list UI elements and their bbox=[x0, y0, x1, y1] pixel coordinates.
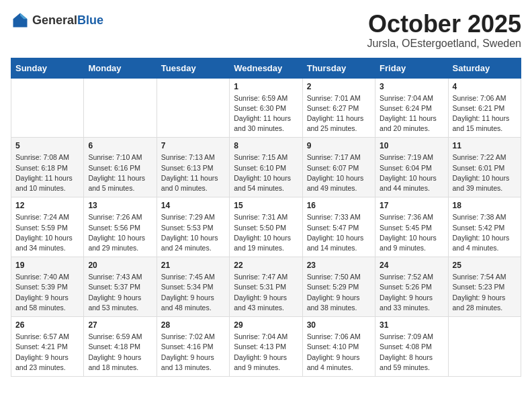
page-header: General Blue October 2025 Jursla, OEster… bbox=[11, 11, 521, 50]
day-info: Sunrise: 7:38 AM Sunset: 5:42 PM Dayligh… bbox=[453, 212, 517, 253]
calendar-cell: 2Sunrise: 7:01 AM Sunset: 6:27 PM Daylig… bbox=[302, 78, 375, 138]
day-info: Sunrise: 7:36 AM Sunset: 5:45 PM Dayligh… bbox=[380, 212, 443, 253]
calendar-cell: 3Sunrise: 7:04 AM Sunset: 6:24 PM Daylig… bbox=[375, 78, 448, 138]
calendar-cell bbox=[157, 78, 229, 138]
weekday-header-thursday: Thursday bbox=[302, 58, 375, 78]
calendar-week-3: 12Sunrise: 7:24 AM Sunset: 5:59 PM Dayli… bbox=[11, 197, 521, 257]
calendar-cell: 20Sunrise: 7:43 AM Sunset: 5:37 PM Dayli… bbox=[84, 257, 157, 317]
day-info: Sunrise: 7:02 AM Sunset: 4:16 PM Dayligh… bbox=[161, 332, 225, 373]
calendar-cell: 19Sunrise: 7:40 AM Sunset: 5:39 PM Dayli… bbox=[11, 257, 84, 317]
day-number: 24 bbox=[380, 261, 443, 270]
day-info: Sunrise: 7:50 AM Sunset: 5:29 PM Dayligh… bbox=[307, 272, 371, 313]
calendar-cell bbox=[84, 78, 157, 138]
weekday-header-tuesday: Tuesday bbox=[157, 58, 229, 78]
day-number: 12 bbox=[15, 201, 79, 210]
calendar-cell: 9Sunrise: 7:17 AM Sunset: 6:07 PM Daylig… bbox=[302, 138, 375, 197]
calendar-cell: 1Sunrise: 6:59 AM Sunset: 6:30 PM Daylig… bbox=[230, 78, 302, 138]
calendar-week-2: 5Sunrise: 7:08 AM Sunset: 6:18 PM Daylig… bbox=[11, 138, 521, 197]
calendar-cell: 26Sunrise: 6:57 AM Sunset: 4:21 PM Dayli… bbox=[11, 317, 84, 377]
calendar-cell: 22Sunrise: 7:47 AM Sunset: 5:31 PM Dayli… bbox=[230, 257, 302, 317]
logo: General Blue bbox=[11, 11, 103, 30]
calendar-week-5: 26Sunrise: 6:57 AM Sunset: 4:21 PM Dayli… bbox=[11, 317, 521, 377]
day-info: Sunrise: 7:31 AM Sunset: 5:50 PM Dayligh… bbox=[234, 212, 298, 253]
calendar-cell: 23Sunrise: 7:50 AM Sunset: 5:29 PM Dayli… bbox=[302, 257, 375, 317]
day-number: 31 bbox=[380, 320, 443, 330]
calendar-cell: 15Sunrise: 7:31 AM Sunset: 5:50 PM Dayli… bbox=[230, 197, 302, 257]
day-number: 15 bbox=[234, 201, 298, 210]
day-number: 29 bbox=[234, 320, 298, 330]
day-info: Sunrise: 7:04 AM Sunset: 6:24 PM Dayligh… bbox=[380, 93, 443, 134]
calendar-table: SundayMondayTuesdayWednesdayThursdayFrid… bbox=[11, 58, 521, 377]
calendar-cell: 27Sunrise: 6:59 AM Sunset: 4:18 PM Dayli… bbox=[84, 317, 157, 377]
day-number: 26 bbox=[15, 320, 79, 330]
calendar-cell: 17Sunrise: 7:36 AM Sunset: 5:45 PM Dayli… bbox=[375, 197, 448, 257]
day-info: Sunrise: 7:04 AM Sunset: 4:13 PM Dayligh… bbox=[234, 332, 298, 373]
weekday-header-saturday: Saturday bbox=[448, 58, 521, 78]
day-info: Sunrise: 7:17 AM Sunset: 6:07 PM Dayligh… bbox=[307, 152, 371, 193]
calendar-cell: 6Sunrise: 7:10 AM Sunset: 6:16 PM Daylig… bbox=[84, 138, 157, 197]
day-number: 19 bbox=[15, 261, 79, 270]
day-info: Sunrise: 7:08 AM Sunset: 6:18 PM Dayligh… bbox=[15, 152, 79, 193]
weekday-header-friday: Friday bbox=[375, 58, 448, 78]
day-info: Sunrise: 7:06 AM Sunset: 4:10 PM Dayligh… bbox=[307, 332, 371, 373]
day-number: 30 bbox=[307, 320, 371, 330]
calendar-cell: 14Sunrise: 7:29 AM Sunset: 5:53 PM Dayli… bbox=[157, 197, 229, 257]
day-info: Sunrise: 7:26 AM Sunset: 5:56 PM Dayligh… bbox=[88, 212, 152, 253]
title-block: October 2025 Jursla, OEstergoetland, Swe… bbox=[367, 11, 521, 50]
day-number: 27 bbox=[88, 320, 152, 330]
day-info: Sunrise: 7:47 AM Sunset: 5:31 PM Dayligh… bbox=[234, 272, 298, 313]
calendar-cell: 29Sunrise: 7:04 AM Sunset: 4:13 PM Dayli… bbox=[230, 317, 302, 377]
calendar-cell: 11Sunrise: 7:22 AM Sunset: 6:01 PM Dayli… bbox=[448, 138, 521, 197]
weekday-header-sunday: Sunday bbox=[11, 58, 84, 78]
day-info: Sunrise: 7:33 AM Sunset: 5:47 PM Dayligh… bbox=[307, 212, 371, 253]
logo-blue: Blue bbox=[77, 13, 103, 28]
day-number: 3 bbox=[380, 82, 443, 91]
day-info: Sunrise: 7:43 AM Sunset: 5:37 PM Dayligh… bbox=[88, 272, 152, 313]
day-number: 17 bbox=[380, 201, 443, 210]
day-number: 1 bbox=[234, 82, 298, 91]
day-info: Sunrise: 7:09 AM Sunset: 4:08 PM Dayligh… bbox=[380, 332, 443, 373]
day-number: 22 bbox=[234, 261, 298, 270]
calendar-cell: 31Sunrise: 7:09 AM Sunset: 4:08 PM Dayli… bbox=[375, 317, 448, 377]
day-number: 4 bbox=[453, 82, 517, 91]
calendar-cell: 13Sunrise: 7:26 AM Sunset: 5:56 PM Dayli… bbox=[84, 197, 157, 257]
weekday-header-row: SundayMondayTuesdayWednesdayThursdayFrid… bbox=[11, 58, 521, 78]
calendar-week-4: 19Sunrise: 7:40 AM Sunset: 5:39 PM Dayli… bbox=[11, 257, 521, 317]
calendar-cell: 21Sunrise: 7:45 AM Sunset: 5:34 PM Dayli… bbox=[157, 257, 229, 317]
calendar-cell: 12Sunrise: 7:24 AM Sunset: 5:59 PM Dayli… bbox=[11, 197, 84, 257]
day-info: Sunrise: 6:59 AM Sunset: 4:18 PM Dayligh… bbox=[88, 332, 152, 373]
day-info: Sunrise: 7:45 AM Sunset: 5:34 PM Dayligh… bbox=[161, 272, 225, 313]
day-number: 8 bbox=[234, 141, 298, 150]
day-info: Sunrise: 7:54 AM Sunset: 5:23 PM Dayligh… bbox=[453, 272, 517, 313]
calendar-cell: 30Sunrise: 7:06 AM Sunset: 4:10 PM Dayli… bbox=[302, 317, 375, 377]
day-number: 18 bbox=[453, 201, 517, 210]
day-info: Sunrise: 7:10 AM Sunset: 6:16 PM Dayligh… bbox=[88, 152, 152, 193]
day-info: Sunrise: 7:29 AM Sunset: 5:53 PM Dayligh… bbox=[161, 212, 225, 253]
day-info: Sunrise: 7:22 AM Sunset: 6:01 PM Dayligh… bbox=[453, 152, 517, 193]
day-number: 28 bbox=[161, 320, 225, 330]
day-info: Sunrise: 7:24 AM Sunset: 5:59 PM Dayligh… bbox=[15, 212, 79, 253]
calendar-cell: 5Sunrise: 7:08 AM Sunset: 6:18 PM Daylig… bbox=[11, 138, 84, 197]
calendar-week-1: 1Sunrise: 6:59 AM Sunset: 6:30 PM Daylig… bbox=[11, 78, 521, 138]
day-info: Sunrise: 6:59 AM Sunset: 6:30 PM Dayligh… bbox=[234, 93, 298, 134]
calendar-cell: 24Sunrise: 7:52 AM Sunset: 5:26 PM Dayli… bbox=[375, 257, 448, 317]
day-number: 5 bbox=[15, 141, 79, 150]
day-info: Sunrise: 7:15 AM Sunset: 6:10 PM Dayligh… bbox=[234, 152, 298, 193]
day-number: 6 bbox=[88, 141, 152, 150]
day-info: Sunrise: 7:40 AM Sunset: 5:39 PM Dayligh… bbox=[15, 272, 79, 313]
day-number: 20 bbox=[88, 261, 152, 270]
day-info: Sunrise: 7:01 AM Sunset: 6:27 PM Dayligh… bbox=[307, 93, 371, 134]
day-number: 9 bbox=[307, 141, 371, 150]
day-number: 2 bbox=[307, 82, 371, 91]
day-info: Sunrise: 7:52 AM Sunset: 5:26 PM Dayligh… bbox=[380, 272, 443, 313]
logo-icon bbox=[11, 11, 30, 30]
calendar-cell: 25Sunrise: 7:54 AM Sunset: 5:23 PM Dayli… bbox=[448, 257, 521, 317]
calendar-cell: 16Sunrise: 7:33 AM Sunset: 5:47 PM Dayli… bbox=[302, 197, 375, 257]
calendar-cell bbox=[11, 78, 84, 138]
day-info: Sunrise: 7:06 AM Sunset: 6:21 PM Dayligh… bbox=[453, 93, 517, 134]
weekday-header-monday: Monday bbox=[84, 58, 157, 78]
day-info: Sunrise: 7:13 AM Sunset: 6:13 PM Dayligh… bbox=[161, 152, 225, 193]
day-info: Sunrise: 6:57 AM Sunset: 4:21 PM Dayligh… bbox=[15, 332, 79, 373]
month-title: October 2025 bbox=[367, 11, 521, 38]
calendar-cell: 8Sunrise: 7:15 AM Sunset: 6:10 PM Daylig… bbox=[230, 138, 302, 197]
